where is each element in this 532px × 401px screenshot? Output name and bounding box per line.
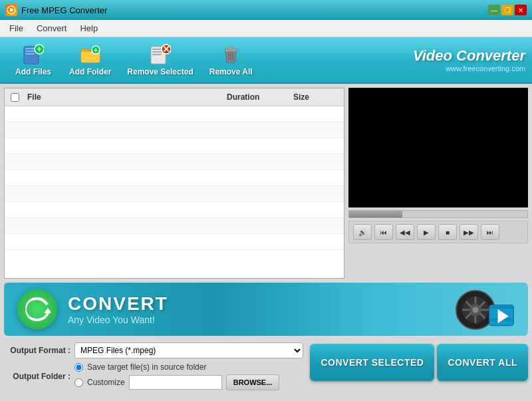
remove-all-icon [220, 44, 241, 65]
add-folder-label: Add Folder [69, 67, 111, 76]
radio-group: Save target file(s) in source folder Cus… [74, 362, 279, 390]
menu-help[interactable]: Help [73, 20, 104, 37]
table-row [5, 218, 344, 234]
bottom-controls: Output Format : MPEG Files (*.mpeg)AVI F… [4, 340, 528, 397]
select-all-checkbox[interactable] [11, 93, 19, 102]
add-files-button[interactable]: + Add Files [7, 41, 60, 79]
remove-all-label: Remove All [209, 67, 253, 76]
svg-rect-13 [152, 54, 162, 55]
table-row [5, 234, 344, 250]
format-folder-section: Output Format : MPEG Files (*.mpeg)AVI F… [4, 342, 303, 394]
output-folder-row: Output Folder : Save target file(s) in s… [4, 362, 303, 390]
preview-panel: 🔊 ⏮ ◀◀ ▶ ■ ▶▶ ⏭ [348, 88, 528, 279]
svg-text:✕: ✕ [162, 44, 170, 55]
col-file-header: File [25, 91, 224, 103]
skip-back-button[interactable]: ⏮ [374, 224, 393, 240]
main-content: File Duration Size [0, 84, 532, 401]
svg-marker-1 [10, 8, 14, 12]
file-preview-area: File Duration Size [4, 88, 528, 279]
add-folder-icon: + [80, 44, 101, 65]
app-title: Free MPEG Converter [21, 5, 107, 15]
title-controls: — ❐ ✕ [488, 5, 527, 15]
fast-forward-button[interactable]: ▶▶ [460, 224, 478, 240]
svg-rect-34 [491, 306, 513, 309]
volume-button[interactable]: 🔊 [353, 224, 372, 240]
app-icon [5, 4, 17, 16]
output-format-label: Output Format : [4, 346, 70, 355]
title-bar: Free MPEG Converter — ❐ ✕ [0, 0, 532, 20]
customize-radio-row: Customize BROWSE... [74, 374, 279, 390]
table-row [5, 122, 344, 138]
brand-url: www.freeconverting.com [413, 65, 525, 72]
table-row [5, 202, 344, 218]
skip-forward-button[interactable]: ⏭ [481, 224, 499, 240]
remove-all-button[interactable]: Remove All [203, 41, 259, 79]
select-all-checkbox-col [5, 91, 25, 103]
convert-banner-icon [17, 289, 57, 329]
restore-button[interactable]: ❐ [501, 5, 513, 15]
svg-rect-5 [25, 53, 35, 55]
output-format-row: Output Format : MPEG Files (*.mpeg)AVI F… [4, 342, 303, 358]
browse-button[interactable]: BROWSE... [226, 374, 280, 390]
add-folder-button[interactable]: + Add Folder [63, 41, 118, 79]
convert-title: CONVERT [68, 293, 168, 315]
close-button[interactable]: ✕ [515, 5, 527, 15]
remove-selected-label: Remove Selected [127, 67, 193, 76]
file-list-container: File Duration Size [4, 88, 344, 279]
output-format-select[interactable]: MPEG Files (*.mpeg)AVI Files (*.avi)MP4 … [74, 342, 303, 358]
toolbar-brand: Video Converter www.freeconverting.com [413, 47, 525, 72]
customize-label: Customize [87, 378, 125, 387]
convert-selected-button[interactable]: CONVERT SELECTED [310, 344, 434, 381]
seek-bar-fill [349, 211, 402, 217]
remove-selected-icon: ✕ [150, 44, 171, 65]
convert-subtitle: Any Video You Want! [68, 315, 168, 325]
file-list-header: File Duration Size [5, 88, 344, 106]
convert-buttons: CONVERT SELECTED CONVERT ALL [310, 342, 528, 381]
col-duration-header: Duration [224, 91, 291, 103]
film-reel-decoration [448, 286, 515, 333]
brand-title: Video Converter [413, 47, 525, 65]
customize-path-input[interactable] [129, 375, 222, 390]
add-files-icon: + [23, 44, 44, 65]
rewind-button[interactable]: ◀◀ [396, 224, 414, 240]
player-controls: 🔊 ⏮ ◀◀ ▶ ■ ▶▶ ⏭ [348, 221, 528, 243]
menu-convert[interactable]: Convert [30, 20, 74, 37]
save-source-label: Save target file(s) in source folder [87, 362, 206, 372]
play-button[interactable]: ▶ [417, 224, 436, 240]
stop-button[interactable]: ■ [438, 224, 457, 240]
seek-bar[interactable] [348, 210, 528, 218]
convert-banner-text: CONVERT Any Video You Want! [68, 293, 168, 325]
convert-banner: CONVERT Any Video You Want! [4, 283, 528, 336]
convert-all-button[interactable]: CONVERT ALL [437, 344, 528, 381]
table-row [5, 186, 344, 202]
svg-point-24 [472, 307, 478, 313]
minimize-button[interactable]: — [488, 5, 500, 15]
output-folder-label: Output Folder : [4, 372, 70, 381]
svg-rect-17 [228, 47, 233, 49]
table-row [5, 170, 344, 186]
col-size-header: Size [291, 91, 344, 103]
svg-text:+: + [37, 45, 41, 54]
svg-text:+: + [93, 46, 97, 54]
video-preview [348, 88, 528, 207]
customize-radio[interactable] [74, 378, 83, 387]
file-list-body[interactable] [5, 106, 344, 278]
menu-file[interactable]: File [3, 20, 30, 37]
menu-bar: File Convert Help [0, 20, 532, 37]
add-files-label: Add Files [15, 67, 51, 76]
svg-rect-12 [152, 51, 163, 53]
table-row [5, 154, 344, 170]
save-source-radio-row: Save target file(s) in source folder [74, 362, 279, 372]
table-row [5, 106, 344, 122]
remove-selected-button[interactable]: ✕ Remove Selected [120, 41, 200, 79]
title-left: Free MPEG Converter [5, 4, 107, 16]
toolbar: + Add Files + Add Folder ✕ [0, 37, 532, 84]
table-row [5, 138, 344, 154]
save-source-radio[interactable] [74, 363, 83, 372]
